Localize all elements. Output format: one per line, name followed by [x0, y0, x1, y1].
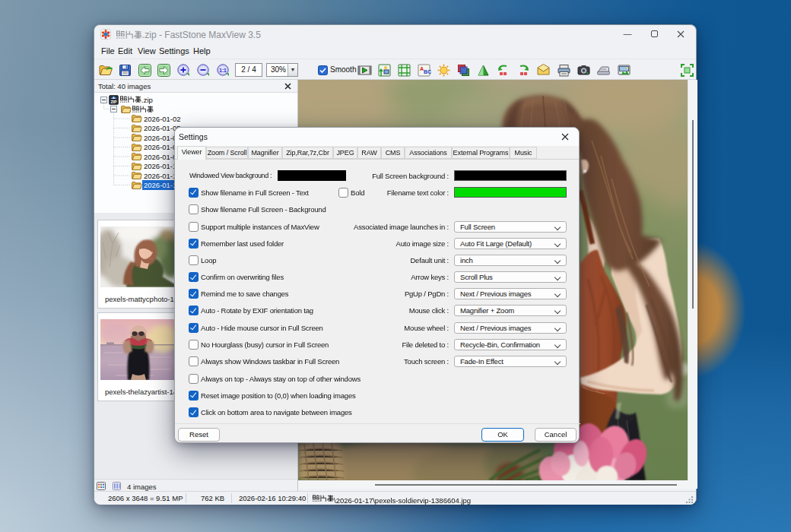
svg-text:1:1: 1:1	[219, 68, 227, 73]
svg-text:BC: BC	[424, 69, 431, 74]
